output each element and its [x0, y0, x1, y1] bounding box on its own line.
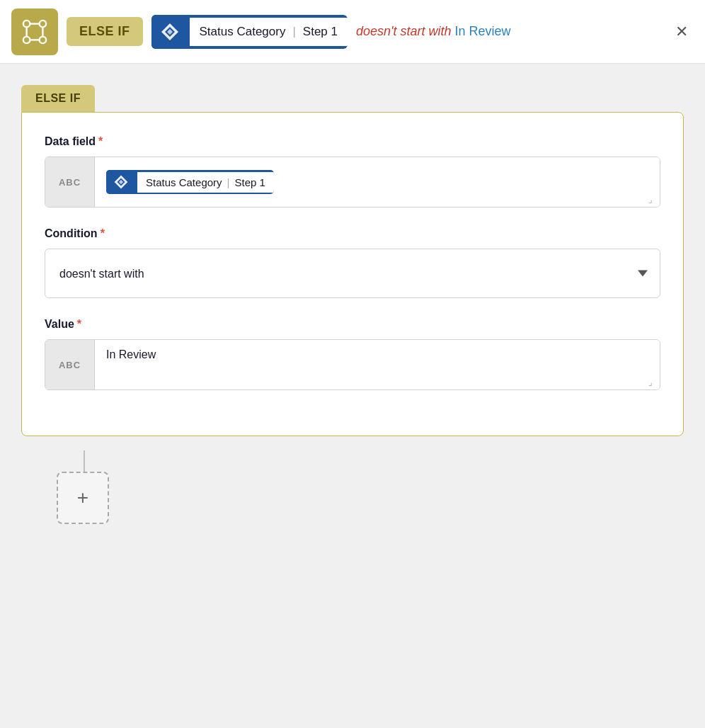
top-bar: ELSE IF Status Category | Step 1 doesn't…	[0, 0, 705, 64]
topbar-status-icon	[151, 15, 188, 49]
data-field-status-pill: Status Category | Step 1	[106, 170, 274, 194]
add-button-area: +	[21, 436, 684, 538]
value-field-group: Value * ABC In Review ⌟	[45, 318, 660, 390]
data-field-required: *	[98, 135, 103, 148]
workflow-icon	[21, 18, 48, 45]
value-input-area[interactable]: ABC In Review ⌟	[45, 339, 660, 390]
value-abc-prefix: ABC	[45, 340, 95, 389]
topbar-condition-text: doesn't start with In Review	[356, 24, 661, 39]
svg-point-0	[23, 20, 30, 26]
topbar-else-if-badge: ELSE IF	[67, 17, 143, 46]
topbar-status-text: Status Category | Step 1	[188, 18, 348, 46]
value-label: Value *	[45, 318, 660, 331]
main-content: ELSE IF Data field * ABC	[0, 64, 705, 559]
value-required: *	[77, 318, 81, 331]
data-field-status-text: Status Category | Step 1	[136, 172, 274, 193]
condition-select[interactable]: equals doesn't equal starts with doesn't…	[45, 249, 660, 298]
svg-point-2	[23, 36, 30, 43]
close-button[interactable]: ✕	[670, 17, 694, 47]
condition-label: Condition *	[45, 227, 660, 240]
data-field-group: Data field * ABC	[45, 135, 660, 207]
data-field-content: Status Category | Step 1	[95, 157, 660, 207]
form-card: Data field * ABC	[21, 112, 684, 436]
value-content: In Review	[95, 340, 660, 389]
data-field-abc-prefix: ABC	[45, 157, 95, 207]
value-resize-handle: ⌟	[648, 378, 657, 387]
condition-field-group: Condition * equals doesn't equal starts …	[45, 227, 660, 298]
data-field-status-icon	[106, 170, 136, 194]
svg-point-3	[40, 36, 47, 43]
condition-required: *	[101, 227, 105, 240]
svg-point-1	[40, 20, 47, 26]
condition-select-wrapper: equals doesn't equal starts with doesn't…	[45, 249, 660, 298]
add-button[interactable]: +	[57, 472, 109, 524]
workflow-icon-box	[11, 8, 58, 55]
else-if-tab: ELSE IF	[21, 85, 95, 112]
connector-line	[84, 450, 85, 472]
topbar-status-category-pill[interactable]: Status Category | Step 1	[151, 15, 348, 49]
data-field-label: Data field *	[45, 135, 660, 148]
resize-handle: ⌟	[648, 195, 657, 204]
data-field-input-area[interactable]: ABC Status Category |	[45, 157, 660, 207]
